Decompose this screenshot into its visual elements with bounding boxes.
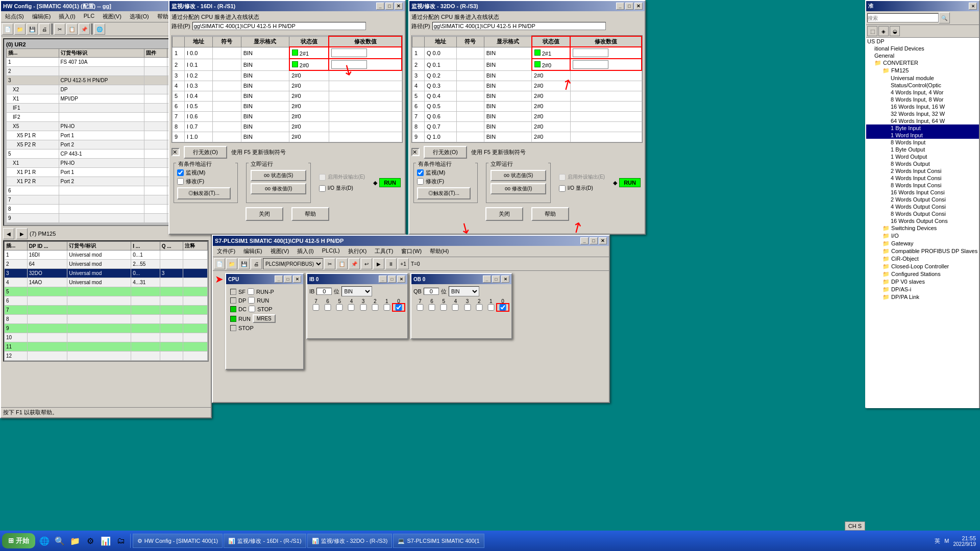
catalog-btn-x[interactable]: ✕	[969, 3, 977, 10]
min-btn-32do[interactable]: _	[616, 3, 624, 10]
table-row[interactable]: 6I 0.5BIN2#0	[173, 101, 402, 111]
trigger-btn-16di[interactable]: ◎触发器(T)...	[177, 187, 231, 199]
plcsim-menu-plc[interactable]: PLC(L)	[320, 247, 342, 256]
tree-dp-pa-link[interactable]: 📁 DP/PA Link	[866, 293, 979, 301]
table-row[interactable]: 11	[5, 342, 208, 352]
tree-8words-output-consi[interactable]: 8 Words Output Consi	[866, 210, 979, 217]
modify-btn-16di[interactable]: oo 修改值(I)	[251, 183, 306, 194]
forward-btn[interactable]: ▶	[16, 228, 28, 239]
ob0-bit0[interactable]	[497, 304, 508, 311]
table-row[interactable]: 264Universal mod2...55	[5, 260, 208, 269]
tree-converter[interactable]: 📁 CONVERTER	[866, 59, 979, 67]
ib0-bit2[interactable]	[370, 304, 381, 311]
tree-8words-input2[interactable]: 8 Words Input	[866, 139, 979, 146]
table-row[interactable]: 414AOUniversal mod4...31	[5, 278, 208, 287]
plcsim-tb-print[interactable]: 🖨	[251, 258, 262, 269]
catalog-search-btn[interactable]: 🔍	[939, 12, 950, 23]
plcsim-menu-view[interactable]: 视图(V)	[268, 247, 291, 256]
plcsim-menu-file[interactable]: 文件(F)	[215, 247, 237, 256]
save-btn[interactable]: 💾	[27, 23, 38, 35]
tree-io[interactable]: 📁 I/O	[866, 232, 979, 240]
plcsim-tb-undo[interactable]: ↩	[361, 258, 372, 269]
taskbar-item-32do[interactable]: 📊 监视/修改 - 32DO - (R-/S3)	[307, 534, 393, 548]
tree-16words-input-consi[interactable]: 16 Words Input Consi	[866, 189, 979, 196]
ib0-format-select[interactable]: BIN	[341, 286, 372, 296]
tree-dp-vo-slaves[interactable]: 📁 DP V0 slaves	[866, 278, 979, 286]
tree-8words-input-consi[interactable]: 8 Words Input Consi	[866, 182, 979, 189]
table-row[interactable]: 10	[5, 333, 208, 342]
mres-btn[interactable]: MRES	[253, 314, 276, 323]
table-row[interactable]: 7Q 0.6BIN2#0	[412, 111, 642, 121]
ib0-min[interactable]: _	[379, 276, 387, 283]
trigger-btn-32do[interactable]: ◎触发器(T)...	[417, 187, 471, 199]
tree-1byte-output[interactable]: 1 Byte Output	[866, 146, 979, 153]
ob0-format-select[interactable]: BIN	[449, 286, 479, 296]
tree-4words-output-consi[interactable]: 4 Words Output Consi	[866, 203, 979, 210]
table-row[interactable]: 8Q 0.7BIN2#0	[412, 121, 642, 132]
table-row[interactable]: 7	[5, 306, 208, 315]
path-input-16di[interactable]	[192, 22, 366, 30]
status-btn-16di[interactable]: oo 状态值(S)	[251, 170, 306, 181]
tree-32words-input[interactable]: 32 Words Input, 32 W	[866, 110, 979, 117]
tree-64words-input[interactable]: 64 Words Input, 64 W	[866, 117, 979, 124]
plcsim-tb-copy[interactable]: 📋	[336, 258, 348, 269]
catalog-icon-2[interactable]: ◈	[878, 26, 889, 36]
plcsim-mode-select[interactable]: PLCSIM(PROFIBUS)	[263, 258, 323, 269]
table-row[interactable]: 4Q 0.3BIN2#0	[412, 81, 642, 91]
ib0-bit7[interactable]	[310, 304, 322, 311]
ib0-addr-input[interactable]	[316, 288, 332, 295]
modify-input[interactable]	[331, 60, 367, 69]
table-row[interactable]: 8I 0.7BIN2#0	[173, 121, 402, 132]
modify-input[interactable]	[331, 48, 367, 57]
close-btn-32do-action[interactable]: 关闭	[485, 207, 523, 221]
menu-insert[interactable]: 插入(I)	[57, 12, 77, 21]
plcsim-menu-window[interactable]: 窗口(W)	[399, 247, 424, 256]
cpu-close[interactable]: ✕	[293, 276, 301, 283]
ob0-bit1[interactable]	[485, 304, 497, 311]
table-row[interactable]: 12	[5, 352, 208, 361]
cpu-min[interactable]: _	[275, 276, 283, 283]
tree-16words-input[interactable]: 16 Words Input, 16 W	[866, 103, 979, 110]
table-row[interactable]: 2Q 0.1BIN 2#0	[412, 59, 642, 70]
table-row[interactable]: 9I 1.0BIN2#0	[173, 132, 402, 142]
start-button[interactable]: ⊞ 开始	[2, 533, 35, 548]
tree-8words-input[interactable]: 8 Words Input, 8 Wor	[866, 96, 979, 103]
tree-1word-input[interactable]: 1 Word Input	[866, 132, 979, 139]
ib0-bit1[interactable]	[381, 304, 393, 311]
plcsim-tb-open[interactable]: 📁	[226, 258, 237, 269]
online-btn[interactable]: 🌐	[94, 23, 105, 35]
print-btn[interactable]: 🖨	[39, 23, 50, 35]
taskbar-item-16di[interactable]: 📊 监视/修改 - 16DI - (R-/S1)	[224, 534, 306, 548]
monitor-checkbox[interactable]	[177, 169, 184, 176]
run-checkbox[interactable]	[248, 297, 255, 304]
stop-checkbox[interactable]	[249, 306, 255, 312]
plcsim-menu-edit[interactable]: 编辑(E)	[241, 247, 264, 256]
help-btn-32do[interactable]: 帮助	[531, 207, 569, 221]
table-row[interactable]: 4I 0.3BIN2#0	[173, 81, 402, 91]
tree-status-control[interactable]: Status/Control(Optic	[866, 82, 979, 89]
ob0-bit6[interactable]	[426, 304, 437, 311]
status-btn-32do[interactable]: oo 状态值(S)	[491, 170, 546, 181]
tree-16words-output-cons[interactable]: 16 Words Output Cons	[866, 217, 979, 224]
monitor-checkbox-32do[interactable]	[417, 169, 424, 176]
modify-checkbox-32do[interactable]	[417, 178, 424, 185]
table-row[interactable]: 332DOUniversal mod0...3	[5, 269, 208, 278]
folder-icon[interactable]: 📁	[68, 534, 82, 548]
new-btn[interactable]: 📄	[2, 23, 13, 35]
plcsim-menu-help[interactable]: 帮助(H)	[428, 247, 451, 256]
ib0-bit4[interactable]	[346, 304, 357, 311]
tree-configured-stations[interactable]: 📁 Configured Stations	[866, 270, 979, 278]
tree-universal-module[interactable]: Universal module	[866, 74, 979, 82]
plcsim-tb-cut[interactable]: ✂	[324, 258, 335, 269]
tree-us-dp[interactable]: US DP	[866, 38, 979, 45]
open-btn[interactable]: 📁	[14, 23, 26, 35]
ob0-bit5[interactable]	[438, 304, 449, 311]
app-icon-3[interactable]: 🗂	[114, 534, 128, 548]
ob0-bit3[interactable]	[462, 304, 473, 311]
table-row[interactable]: 5Q 0.4BIN2#0	[412, 91, 642, 101]
tree-compatible-profibus[interactable]: 📁 Compatible PROFIBUS DP Slaves	[866, 247, 979, 255]
taskbar-item-plcsim[interactable]: 💻 S7-PLCSIM1 SIMATIC 400(1	[393, 534, 484, 548]
table-row[interactable]: 5I 0.4BIN2#0	[173, 91, 402, 101]
menu-options[interactable]: 选项(O)	[128, 12, 151, 21]
tree-general[interactable]: General	[866, 52, 979, 59]
